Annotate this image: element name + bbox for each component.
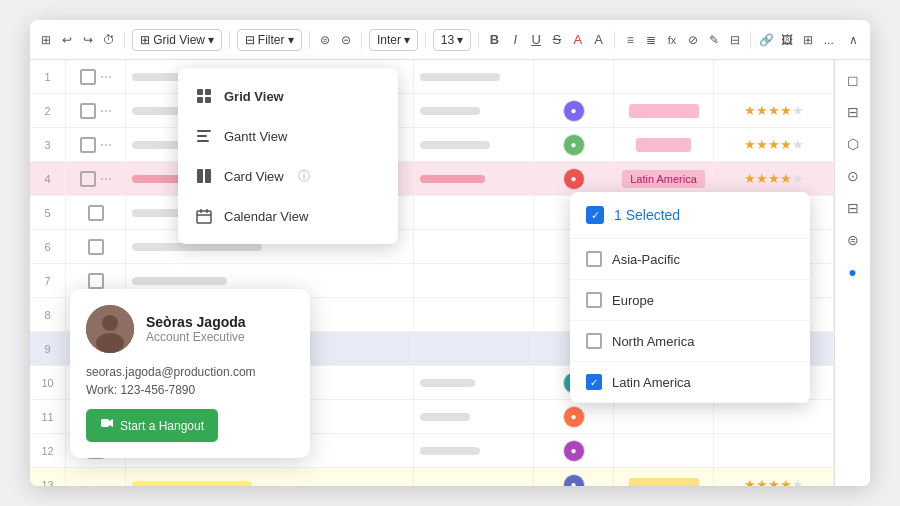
bold-icon[interactable]: B — [486, 30, 503, 50]
formula-icon[interactable]: fx — [664, 30, 681, 50]
checkbox[interactable] — [80, 69, 96, 85]
view-item-label: Grid View — [224, 89, 284, 104]
row-num: 8 — [30, 298, 66, 331]
view-item-calendar[interactable]: Calendar View — [178, 196, 398, 236]
view-selector[interactable]: ⊞ Grid View ▾ — [132, 29, 222, 51]
edit-icon[interactable]: ✎ — [705, 30, 722, 50]
latin-checkbox[interactable]: ✓ — [586, 374, 602, 390]
sidebar-lock-icon[interactable]: ⬡ — [841, 132, 865, 156]
col-right-icon[interactable]: ⊝ — [337, 30, 354, 50]
row-mid — [414, 230, 534, 263]
svg-rect-3 — [205, 97, 211, 103]
align-left-icon[interactable]: ≡ — [622, 30, 639, 50]
filter-item-latin[interactable]: ✓ Latin America — [570, 362, 810, 403]
checkbox[interactable] — [80, 171, 96, 187]
row-check[interactable] — [66, 230, 126, 263]
row-num: 3 — [30, 128, 66, 161]
image-icon[interactable]: 🖼 — [779, 30, 796, 50]
sidebar-file-icon[interactable]: ⊟ — [841, 196, 865, 220]
europe-checkbox[interactable] — [586, 292, 602, 308]
checkbox[interactable] — [80, 137, 96, 153]
filter-chevron: ▾ — [288, 33, 294, 47]
sidebar-comment-icon[interactable]: ◻ — [841, 68, 865, 92]
row-num: 12 — [30, 434, 66, 467]
row-stars: ★ ★ ★ ★ ★ — [714, 162, 834, 195]
hyperlink-icon[interactable]: 🔗 — [758, 30, 775, 50]
star-empty: ★ — [792, 171, 804, 186]
star: ★ — [768, 477, 780, 486]
sidebar-pin-icon[interactable]: ● — [841, 260, 865, 284]
view-item-grid[interactable]: Grid View — [178, 76, 398, 116]
size-selector[interactable]: 13 ▾ — [433, 29, 471, 51]
collapse-icon[interactable]: ∧ — [845, 30, 862, 50]
table-row[interactable]: 13 ● ★ ★ ★ ★ — [30, 468, 834, 486]
svg-point-14 — [102, 315, 118, 331]
sep8 — [750, 31, 751, 49]
svg-rect-6 — [197, 140, 209, 142]
sep3 — [309, 31, 310, 49]
row-check[interactable]: ⋯ — [66, 128, 126, 161]
svg-rect-7 — [197, 169, 203, 183]
row-mid — [414, 128, 534, 161]
size-label: 13 — [441, 33, 454, 47]
checkbox[interactable] — [88, 205, 104, 221]
avatar: ● — [563, 474, 585, 487]
font-selector[interactable]: Inter ▾ — [369, 29, 418, 51]
svg-rect-8 — [205, 169, 211, 183]
row-check[interactable]: ⋯ — [66, 162, 126, 195]
row-check[interactable] — [66, 468, 126, 486]
embed-icon[interactable]: ⊞ — [799, 30, 816, 50]
strikethrough-icon[interactable]: S — [549, 30, 566, 50]
sep6 — [478, 31, 479, 49]
view-item-gantt[interactable]: Gantt View — [178, 116, 398, 156]
row-badge — [614, 434, 714, 467]
italic-icon[interactable]: I — [507, 30, 524, 50]
view-item-card[interactable]: Card View ⓘ — [178, 156, 398, 196]
undo-icon[interactable]: ↩ — [59, 30, 76, 50]
sidebar-view-icon[interactable]: ⊜ — [841, 228, 865, 252]
app-window: ⊞ ↩ ↪ ⏱ ⊞ Grid View ▾ ⊟ Filter ▾ ⊜ ⊝ Int… — [30, 20, 870, 486]
filter-item-asia[interactable]: Asia-Pacific — [570, 239, 810, 280]
link-icon[interactable]: ⊘ — [684, 30, 701, 50]
grid-icon[interactable]: ⊞ — [38, 30, 55, 50]
asia-checkbox[interactable] — [586, 251, 602, 267]
grid-view-icon — [194, 86, 214, 106]
calendar-view-icon — [194, 206, 214, 226]
checkbox[interactable] — [88, 273, 104, 289]
star: ★ — [744, 171, 756, 186]
profile-title: Account Executive — [146, 330, 246, 344]
highlight-icon[interactable]: A — [590, 30, 607, 50]
filter-item-north[interactable]: North America — [570, 321, 810, 362]
underline-icon[interactable]: U — [528, 30, 545, 50]
row-badge — [614, 400, 714, 433]
filter-btn[interactable]: ⊟ Filter ▾ — [237, 29, 302, 51]
table-row[interactable]: 2 ⋯ ● — [30, 94, 834, 128]
row-check[interactable]: ⋯ — [66, 60, 126, 93]
filter-item-europe[interactable]: Europe — [570, 280, 810, 321]
sidebar-search-icon[interactable]: ⊙ — [841, 164, 865, 188]
profile-info-block: Seòras Jagoda Account Executive — [146, 314, 246, 344]
card-view-icon — [194, 166, 214, 186]
north-checkbox[interactable] — [586, 333, 602, 349]
right-sidebar: ◻ ⊟ ⬡ ⊙ ⊟ ⊜ ● — [834, 60, 870, 486]
checkbox[interactable] — [88, 239, 104, 255]
redo-icon[interactable]: ↪ — [80, 30, 97, 50]
history-icon[interactable]: ⏱ — [101, 30, 118, 50]
filter-header: ✓ 1 Selected — [570, 192, 810, 239]
color-icon[interactable]: A — [569, 30, 586, 50]
row-stars: ★ ★ ★ ★ ★ — [714, 94, 834, 127]
row-check[interactable]: ⋯ — [66, 94, 126, 127]
table-row[interactable]: 4 ⋯ ● Latin America — [30, 162, 834, 196]
align-center-icon[interactable]: ≣ — [643, 30, 660, 50]
table-icon[interactable]: ⊟ — [726, 30, 743, 50]
sidebar-attachment-icon[interactable]: ⊟ — [841, 100, 865, 124]
checkbox[interactable] — [80, 103, 96, 119]
hangout-button[interactable]: Start a Hangout — [86, 409, 218, 442]
sep5 — [425, 31, 426, 49]
more-icon[interactable]: ... — [820, 30, 837, 50]
table-row[interactable]: 1 ⋯ — [30, 60, 834, 94]
avatar: ● — [563, 168, 585, 190]
row-check[interactable] — [66, 196, 126, 229]
table-row[interactable]: 3 ⋯ ● — [30, 128, 834, 162]
col-left-icon[interactable]: ⊜ — [316, 30, 333, 50]
